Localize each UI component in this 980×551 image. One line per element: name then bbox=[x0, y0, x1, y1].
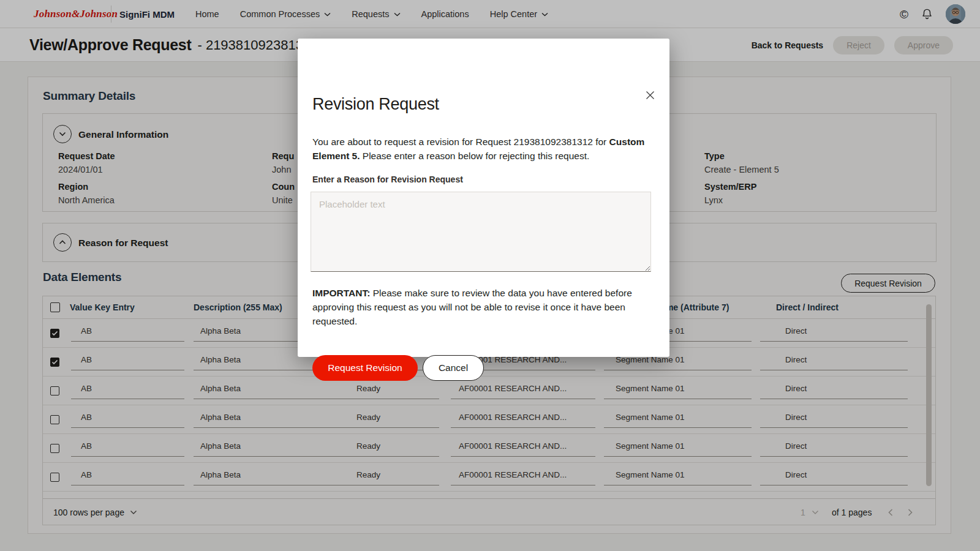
modal-title: Revision Request bbox=[312, 95, 439, 114]
modal-cancel-button[interactable]: Cancel bbox=[423, 355, 484, 381]
app-root: Johnson&Johnson SigniFi MDM Home Common … bbox=[0, 0, 980, 551]
modal-request-revision-button[interactable]: Request Revision bbox=[312, 355, 418, 381]
revision-request-modal: Revision Request You are about to reques… bbox=[298, 39, 669, 357]
reason-textarea[interactable] bbox=[311, 192, 651, 272]
modal-body-text: You are about to request a revision for … bbox=[312, 135, 646, 163]
important-note: IMPORTANT: Please make sure to review th… bbox=[312, 286, 646, 328]
reason-input-label: Enter a Reason for Revision Request bbox=[312, 174, 463, 184]
modal-buttons: Request Revision Cancel bbox=[312, 355, 484, 381]
close-icon[interactable] bbox=[644, 89, 656, 101]
